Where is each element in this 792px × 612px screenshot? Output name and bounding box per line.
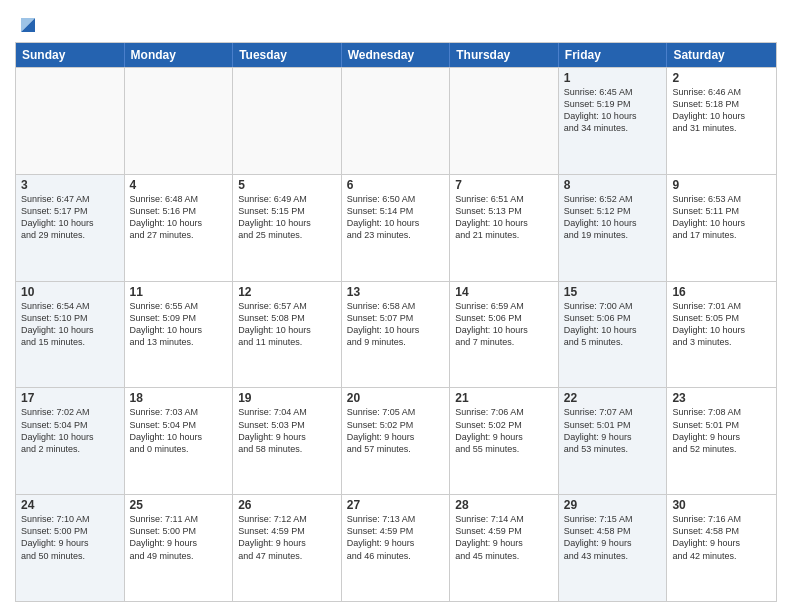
calendar-cell: 18Sunrise: 7:03 AM Sunset: 5:04 PM Dayli… <box>125 388 234 494</box>
day-info: Sunrise: 7:00 AM Sunset: 5:06 PM Dayligh… <box>564 300 662 349</box>
logo <box>15 14 39 36</box>
day-info: Sunrise: 6:45 AM Sunset: 5:19 PM Dayligh… <box>564 86 662 135</box>
calendar-cell: 13Sunrise: 6:58 AM Sunset: 5:07 PM Dayli… <box>342 282 451 388</box>
day-number: 10 <box>21 285 119 299</box>
calendar-cell <box>125 68 234 174</box>
day-number: 26 <box>238 498 336 512</box>
day-number: 4 <box>130 178 228 192</box>
calendar-body: 1Sunrise: 6:45 AM Sunset: 5:19 PM Daylig… <box>16 67 776 601</box>
calendar-cell: 30Sunrise: 7:16 AM Sunset: 4:58 PM Dayli… <box>667 495 776 601</box>
day-info: Sunrise: 6:54 AM Sunset: 5:10 PM Dayligh… <box>21 300 119 349</box>
day-number: 28 <box>455 498 553 512</box>
page: SundayMondayTuesdayWednesdayThursdayFrid… <box>0 0 792 612</box>
day-number: 19 <box>238 391 336 405</box>
day-number: 11 <box>130 285 228 299</box>
day-info: Sunrise: 7:16 AM Sunset: 4:58 PM Dayligh… <box>672 513 771 562</box>
day-number: 5 <box>238 178 336 192</box>
day-info: Sunrise: 7:10 AM Sunset: 5:00 PM Dayligh… <box>21 513 119 562</box>
day-number: 17 <box>21 391 119 405</box>
day-number: 22 <box>564 391 662 405</box>
day-number: 24 <box>21 498 119 512</box>
day-info: Sunrise: 6:46 AM Sunset: 5:18 PM Dayligh… <box>672 86 771 135</box>
calendar-cell: 28Sunrise: 7:14 AM Sunset: 4:59 PM Dayli… <box>450 495 559 601</box>
day-number: 21 <box>455 391 553 405</box>
calendar-header: SundayMondayTuesdayWednesdayThursdayFrid… <box>16 43 776 67</box>
calendar-row: 24Sunrise: 7:10 AM Sunset: 5:00 PM Dayli… <box>16 494 776 601</box>
day-info: Sunrise: 6:50 AM Sunset: 5:14 PM Dayligh… <box>347 193 445 242</box>
calendar-cell: 6Sunrise: 6:50 AM Sunset: 5:14 PM Daylig… <box>342 175 451 281</box>
day-info: Sunrise: 7:07 AM Sunset: 5:01 PM Dayligh… <box>564 406 662 455</box>
header <box>15 10 777 36</box>
calendar-cell: 16Sunrise: 7:01 AM Sunset: 5:05 PM Dayli… <box>667 282 776 388</box>
weekday-header: Monday <box>125 43 234 67</box>
weekday-header: Sunday <box>16 43 125 67</box>
day-number: 23 <box>672 391 771 405</box>
day-info: Sunrise: 7:02 AM Sunset: 5:04 PM Dayligh… <box>21 406 119 455</box>
calendar-cell <box>233 68 342 174</box>
calendar-cell <box>16 68 125 174</box>
day-info: Sunrise: 7:14 AM Sunset: 4:59 PM Dayligh… <box>455 513 553 562</box>
day-info: Sunrise: 6:58 AM Sunset: 5:07 PM Dayligh… <box>347 300 445 349</box>
calendar-cell: 27Sunrise: 7:13 AM Sunset: 4:59 PM Dayli… <box>342 495 451 601</box>
day-number: 8 <box>564 178 662 192</box>
day-number: 14 <box>455 285 553 299</box>
day-number: 29 <box>564 498 662 512</box>
day-info: Sunrise: 7:13 AM Sunset: 4:59 PM Dayligh… <box>347 513 445 562</box>
calendar-cell: 11Sunrise: 6:55 AM Sunset: 5:09 PM Dayli… <box>125 282 234 388</box>
day-number: 15 <box>564 285 662 299</box>
day-number: 13 <box>347 285 445 299</box>
calendar-row: 17Sunrise: 7:02 AM Sunset: 5:04 PM Dayli… <box>16 387 776 494</box>
day-info: Sunrise: 6:55 AM Sunset: 5:09 PM Dayligh… <box>130 300 228 349</box>
day-info: Sunrise: 7:06 AM Sunset: 5:02 PM Dayligh… <box>455 406 553 455</box>
calendar-row: 1Sunrise: 6:45 AM Sunset: 5:19 PM Daylig… <box>16 67 776 174</box>
calendar-cell: 12Sunrise: 6:57 AM Sunset: 5:08 PM Dayli… <box>233 282 342 388</box>
calendar-cell: 10Sunrise: 6:54 AM Sunset: 5:10 PM Dayli… <box>16 282 125 388</box>
calendar-cell: 29Sunrise: 7:15 AM Sunset: 4:58 PM Dayli… <box>559 495 668 601</box>
day-number: 7 <box>455 178 553 192</box>
day-info: Sunrise: 6:57 AM Sunset: 5:08 PM Dayligh… <box>238 300 336 349</box>
day-info: Sunrise: 7:05 AM Sunset: 5:02 PM Dayligh… <box>347 406 445 455</box>
day-info: Sunrise: 7:08 AM Sunset: 5:01 PM Dayligh… <box>672 406 771 455</box>
calendar-row: 3Sunrise: 6:47 AM Sunset: 5:17 PM Daylig… <box>16 174 776 281</box>
calendar-cell: 9Sunrise: 6:53 AM Sunset: 5:11 PM Daylig… <box>667 175 776 281</box>
weekday-header: Wednesday <box>342 43 451 67</box>
calendar-cell: 1Sunrise: 6:45 AM Sunset: 5:19 PM Daylig… <box>559 68 668 174</box>
calendar-cell: 14Sunrise: 6:59 AM Sunset: 5:06 PM Dayli… <box>450 282 559 388</box>
calendar-cell: 25Sunrise: 7:11 AM Sunset: 5:00 PM Dayli… <box>125 495 234 601</box>
calendar: SundayMondayTuesdayWednesdayThursdayFrid… <box>15 42 777 602</box>
calendar-cell: 24Sunrise: 7:10 AM Sunset: 5:00 PM Dayli… <box>16 495 125 601</box>
day-info: Sunrise: 7:12 AM Sunset: 4:59 PM Dayligh… <box>238 513 336 562</box>
calendar-cell: 17Sunrise: 7:02 AM Sunset: 5:04 PM Dayli… <box>16 388 125 494</box>
weekday-header: Friday <box>559 43 668 67</box>
day-info: Sunrise: 7:11 AM Sunset: 5:00 PM Dayligh… <box>130 513 228 562</box>
weekday-header: Thursday <box>450 43 559 67</box>
calendar-cell: 21Sunrise: 7:06 AM Sunset: 5:02 PM Dayli… <box>450 388 559 494</box>
calendar-cell: 22Sunrise: 7:07 AM Sunset: 5:01 PM Dayli… <box>559 388 668 494</box>
day-number: 25 <box>130 498 228 512</box>
day-info: Sunrise: 6:59 AM Sunset: 5:06 PM Dayligh… <box>455 300 553 349</box>
day-info: Sunrise: 6:49 AM Sunset: 5:15 PM Dayligh… <box>238 193 336 242</box>
day-number: 20 <box>347 391 445 405</box>
day-info: Sunrise: 7:03 AM Sunset: 5:04 PM Dayligh… <box>130 406 228 455</box>
calendar-cell: 23Sunrise: 7:08 AM Sunset: 5:01 PM Dayli… <box>667 388 776 494</box>
day-number: 12 <box>238 285 336 299</box>
calendar-cell: 2Sunrise: 6:46 AM Sunset: 5:18 PM Daylig… <box>667 68 776 174</box>
day-info: Sunrise: 6:53 AM Sunset: 5:11 PM Dayligh… <box>672 193 771 242</box>
calendar-cell: 4Sunrise: 6:48 AM Sunset: 5:16 PM Daylig… <box>125 175 234 281</box>
day-number: 9 <box>672 178 771 192</box>
day-number: 3 <box>21 178 119 192</box>
calendar-cell: 20Sunrise: 7:05 AM Sunset: 5:02 PM Dayli… <box>342 388 451 494</box>
calendar-row: 10Sunrise: 6:54 AM Sunset: 5:10 PM Dayli… <box>16 281 776 388</box>
calendar-cell: 26Sunrise: 7:12 AM Sunset: 4:59 PM Dayli… <box>233 495 342 601</box>
calendar-cell <box>342 68 451 174</box>
day-number: 2 <box>672 71 771 85</box>
calendar-cell: 5Sunrise: 6:49 AM Sunset: 5:15 PM Daylig… <box>233 175 342 281</box>
weekday-header: Tuesday <box>233 43 342 67</box>
calendar-cell <box>450 68 559 174</box>
day-info: Sunrise: 7:04 AM Sunset: 5:03 PM Dayligh… <box>238 406 336 455</box>
day-info: Sunrise: 6:51 AM Sunset: 5:13 PM Dayligh… <box>455 193 553 242</box>
day-number: 30 <box>672 498 771 512</box>
calendar-cell: 8Sunrise: 6:52 AM Sunset: 5:12 PM Daylig… <box>559 175 668 281</box>
day-number: 6 <box>347 178 445 192</box>
day-number: 16 <box>672 285 771 299</box>
